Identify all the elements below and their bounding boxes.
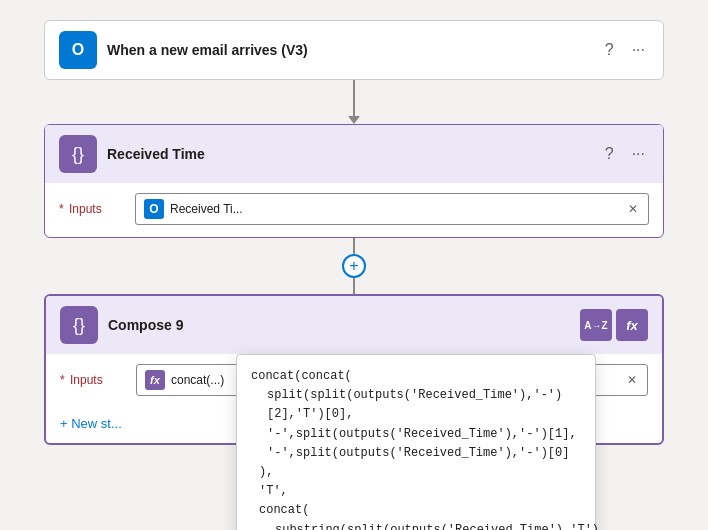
connector-line-1 [353,80,355,116]
outlook-icon: O [59,31,97,69]
new-step-button[interactable]: + New st... [60,416,122,431]
trigger-help-button[interactable]: ? [601,39,618,61]
flow-container: O When a new email arrives (V3) ? ··· {}… [30,20,678,445]
formula-line-5: ), [251,463,581,482]
received-time-icon: {} [59,135,97,173]
compose9-inputs-label: * Inputs [60,373,120,387]
formula-tooltip: concat(concat( split(split(outputs('Rece… [236,354,596,530]
compose9-title: Compose 9 [108,317,570,333]
received-time-inputs-row: * Inputs O Received Ti... ✕ [45,183,663,237]
required-star-1: * [59,202,64,216]
compose9-icon: {} [60,306,98,344]
trigger-card: O When a new email arrives (V3) ? ··· [44,20,664,80]
received-time-header: {} Received Time ? ··· [45,125,663,183]
formula-line-1: concat(concat( [251,367,581,386]
received-time-help-button[interactable]: ? [601,143,618,165]
formula-line-6: 'T', [251,482,581,501]
connector-arrow-1 [348,116,360,124]
received-time-actions: ? ··· [601,143,649,165]
connector-1 [348,80,360,124]
formula-line-2: split(split(outputs('Received_Time'),'-'… [251,386,581,424]
trigger-card-header: O When a new email arrives (V3) ? ··· [45,21,663,79]
connector-plus-line-top [353,238,355,254]
trigger-title: When a new email arrives (V3) [107,42,591,58]
received-time-title: Received Time [107,146,591,162]
compose9-card: {} Compose 9 A→Z fx * Inputs fx concat(.… [44,294,664,445]
compose9-toolbar: A→Z fx [580,309,648,341]
received-time-tag-icon: O [144,199,164,219]
trigger-more-button[interactable]: ··· [628,39,649,61]
received-time-more-button[interactable]: ··· [628,143,649,165]
formula-line-8: substring(split(outputs('Received_Time')… [251,521,581,531]
plus-button[interactable]: + [342,254,366,278]
received-time-inputs-label: * Inputs [59,202,119,216]
received-time-card: {} Received Time ? ··· * Inputs O Receiv… [44,124,664,238]
connector-plus-line-bottom [353,278,355,294]
received-time-tag-text: Received Ti... [170,202,620,216]
compose9-tag-icon: fx [145,370,165,390]
fx-toolbar-button[interactable]: fx [616,309,648,341]
formula-line-7: concat( [251,501,581,520]
compose9-header: {} Compose 9 A→Z fx [46,296,662,354]
formula-line-3: '-',split(outputs('Received_Time'),'-')[… [251,425,581,444]
trigger-actions: ? ··· [601,39,649,61]
compose9-tag-close[interactable]: ✕ [625,373,639,387]
received-time-tag-close[interactable]: ✕ [626,202,640,216]
required-star-2: * [60,373,65,387]
received-time-tag-input[interactable]: O Received Ti... ✕ [135,193,649,225]
az-toolbar-button[interactable]: A→Z [580,309,612,341]
formula-line-4: '-',split(outputs('Received_Time'),'-')[… [251,444,581,463]
connector-plus: + [342,238,366,294]
